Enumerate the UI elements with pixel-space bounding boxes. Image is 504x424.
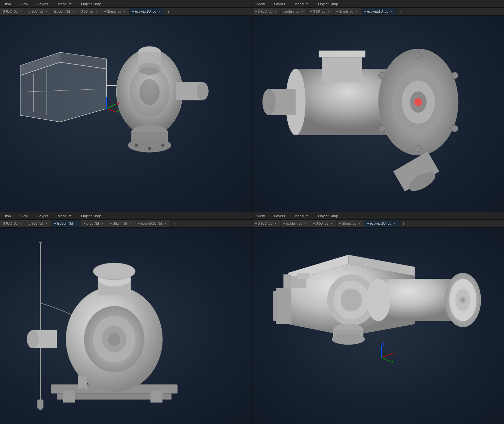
- svg-point-20: [135, 144, 138, 147]
- menu-measure-bl[interactable]: Measure: [53, 212, 76, 219]
- tab-isosun-br[interactable]: ≡ IsoSun_3d✕: [281, 220, 310, 227]
- tab-3-65c-bl[interactable]: 3-65C_3d✕: [0, 220, 26, 227]
- svg-rect-65: [63, 390, 75, 402]
- menu-view-tr[interactable]: View: [252, 0, 270, 7]
- tab-3-50-bl[interactable]: ≡ 3-50_3d✕: [81, 220, 107, 227]
- svg-point-62: [39, 407, 42, 410]
- svg-point-105: [461, 298, 464, 301]
- svg-point-43: [451, 125, 458, 132]
- tab-shunt-tl[interactable]: ≡ Shunt_3d✕: [101, 8, 129, 15]
- viewport-bot-left[interactable]: tion View Layers Measure Object Snap 3-6…: [0, 212, 252, 424]
- viewport-top-right[interactable]: View Layers Measure Object Snap ≡ 8-95C_…: [252, 0, 504, 212]
- tab-ecowatt-bl[interactable]: ≡ ecowatt1U_3d✕: [135, 220, 170, 227]
- menu-snap-tr[interactable]: Object Snap: [313, 0, 343, 7]
- tab-ecowatt-tr[interactable]: ≡ ecowatt1U_3d✕: [362, 8, 397, 15]
- menu-layers-tl[interactable]: Layers: [33, 0, 53, 7]
- tab-shunt-tr[interactable]: ≡ Shunt_3d✕: [334, 8, 361, 15]
- svg-line-109: [381, 354, 392, 357]
- svg-point-24: [140, 79, 159, 105]
- tab-8-95c-bl[interactable]: 8-95C_3d✕: [26, 220, 51, 227]
- svg-line-25: [106, 104, 116, 109]
- svg-point-108: [332, 334, 365, 345]
- svg-rect-35: [319, 51, 365, 57]
- menu-tion-bl[interactable]: tion: [0, 212, 16, 219]
- tab-isosun-tl[interactable]: IsoSun_3d✕: [51, 8, 78, 15]
- canvas-bot-left[interactable]: X Y Z: [0, 228, 252, 424]
- tab-add-tl[interactable]: +: [164, 8, 172, 15]
- tab-8-95c-tr[interactable]: ≡ 8-95C_3d✕: [252, 8, 281, 15]
- viewport-bot-right[interactable]: View Layers Measure Object Snap ≡ 8-95C_…: [252, 212, 504, 424]
- menu-view-br[interactable]: View: [252, 212, 270, 219]
- model-svg-tr: X Y Z: [252, 16, 504, 212]
- menu-measure-tl[interactable]: Measure: [53, 0, 76, 7]
- canvas-bot-right[interactable]: X Y Z: [252, 228, 504, 424]
- svg-point-19: [128, 138, 171, 153]
- svg-point-100: [366, 279, 390, 321]
- menu-snap-bl[interactable]: Object Snap: [76, 212, 106, 219]
- canvas-top-right[interactable]: X Y Z: [252, 16, 504, 212]
- menu-bar-top-left: tion View Layers Measure Object Snap: [0, 0, 252, 8]
- svg-rect-66: [151, 390, 162, 402]
- svg-text:X: X: [117, 101, 120, 105]
- svg-point-42: [378, 125, 385, 132]
- viewport-top-left[interactable]: tion View Layers Measure Object Snap 3-6…: [0, 0, 252, 212]
- axis-indicator-br: X Y Z: [381, 342, 395, 363]
- pump-housing: [116, 46, 208, 152]
- canvas-top-left[interactable]: X Y Z: [0, 16, 252, 212]
- model-svg-tl: X Y Z: [0, 16, 252, 212]
- menu-view-tl[interactable]: View: [16, 0, 33, 7]
- tab-shunt-br[interactable]: ≡ Shunt_3d✕: [337, 220, 364, 227]
- tab-bar-top-right: ≡ 8-95C_3d✕ IsoSun_3d✕ ≡ 3-50_3d✕ ≡ Shun…: [252, 8, 504, 16]
- menu-bar-bot-left: tion View Layers Measure Object Snap: [0, 212, 252, 220]
- menu-layers-tr[interactable]: Layers: [269, 0, 290, 7]
- tab-bar-bot-left: 3-65C_3d✕ 8-95C_3d✕ ≡ IsoSun_3d✕ ≡ 3-50_…: [0, 220, 252, 228]
- menu-measure-br[interactable]: Measure: [290, 212, 313, 219]
- tab-8-95c-tl[interactable]: 8-95C_3d✕: [26, 8, 51, 15]
- svg-point-22: [161, 144, 164, 147]
- large-pump-body: [27, 263, 178, 402]
- tab-3-65c-tl[interactable]: 3-65C_3d✕: [0, 8, 26, 15]
- menu-layers-br[interactable]: Layers: [269, 212, 290, 219]
- menu-snap-br[interactable]: Object Snap: [313, 212, 343, 219]
- tab-3-50-tl[interactable]: 3-50_3d✕: [78, 8, 102, 15]
- cylinder-pump-body: [273, 255, 481, 345]
- tab-3-50-tr[interactable]: ≡ 3-50_3d✕: [308, 8, 334, 15]
- tab-bar-top-left: 3-65C_3d✕ 8-95C_3d✕ IsoSun_3d✕ 3-50_3d✕ …: [0, 8, 252, 16]
- tab-shunt-bl[interactable]: ≡ Shunt_3d✕: [107, 220, 135, 227]
- svg-rect-95: [273, 291, 277, 321]
- svg-point-98: [341, 288, 362, 311]
- tab-bar-bot-right: ≡ 8-95C_3d✕ ≡ IsoSun_3d✕ ≡ 3-50_3d✕ ≡ Sh…: [252, 220, 504, 228]
- tab-add-bl[interactable]: +: [170, 220, 178, 227]
- tab-isosun-tr[interactable]: IsoSun_3d✕: [281, 8, 308, 15]
- wireframe-box: [20, 52, 123, 122]
- tab-8-95c-br[interactable]: ≡ 8-95C_3d✕: [252, 220, 281, 227]
- tab-add-tr[interactable]: +: [397, 8, 405, 15]
- svg-point-16: [197, 82, 209, 100]
- menu-measure-tr[interactable]: Measure: [290, 0, 313, 7]
- svg-point-21: [148, 147, 151, 150]
- svg-line-110: [381, 357, 390, 362]
- menu-view-bl[interactable]: View: [16, 212, 33, 219]
- menu-layers-bl[interactable]: Layers: [33, 212, 53, 219]
- svg-rect-92: [283, 274, 291, 289]
- svg-point-39: [415, 145, 422, 152]
- tab-3-50-br[interactable]: ≡ 3-50_3d✕: [310, 220, 336, 227]
- svg-rect-93: [297, 273, 309, 279]
- svg-point-40: [378, 72, 385, 79]
- menu-bar-bot-right: View Layers Measure Object Snap: [252, 212, 504, 220]
- svg-text:Y: Y: [391, 360, 393, 364]
- model-svg-bl: X Y Z: [0, 228, 252, 424]
- tab-ecowatt-br[interactable]: ≡ ecowatt1U_3d✕: [364, 220, 400, 227]
- svg-point-41: [451, 72, 458, 79]
- menu-tion-tl[interactable]: tion: [0, 0, 16, 7]
- tab-add-br[interactable]: +: [400, 220, 408, 227]
- svg-text:Z: Z: [382, 342, 384, 345]
- svg-point-47: [414, 98, 422, 106]
- svg-line-26: [106, 109, 116, 112]
- menu-bar-top-right: View Layers Measure Object Snap: [252, 0, 504, 8]
- menu-snap-tl[interactable]: Object Snap: [76, 0, 106, 7]
- tab-ecowatt-tl[interactable]: ≡ ecowatt1U_3d✕: [130, 8, 165, 15]
- tab-isosun-bl[interactable]: ≡ IsoSun_3d✕: [51, 220, 81, 227]
- svg-point-70: [27, 330, 39, 348]
- svg-rect-34: [322, 55, 362, 82]
